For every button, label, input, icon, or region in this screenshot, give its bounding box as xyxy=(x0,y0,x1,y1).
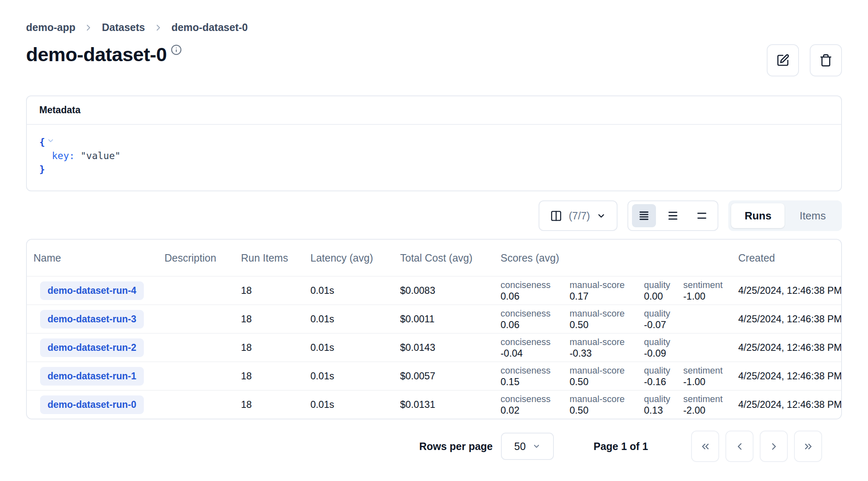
metadata-card-title: Metadata xyxy=(27,96,841,125)
column-visibility-button[interactable]: (7/7) xyxy=(539,200,618,231)
cell-run-items: 18 xyxy=(241,314,310,325)
score-label: quality xyxy=(644,279,683,291)
edit-dataset-button[interactable] xyxy=(767,44,799,76)
rows-per-page-value: 50 xyxy=(514,441,526,452)
cell-created: 4/25/2024, 12:46:38 PM xyxy=(738,342,842,353)
run-name-link[interactable]: demo-dataset-run-2 xyxy=(40,338,144,357)
chevrons-left-icon xyxy=(700,441,711,452)
column-header-scores: Scores (avg) xyxy=(501,252,738,264)
run-name-link[interactable]: demo-dataset-run-0 xyxy=(40,395,144,414)
dataset-page: demo-app Datasets demo-dataset-0 demo-da… xyxy=(0,0,868,481)
chevron-left-icon xyxy=(734,441,745,452)
score-item: conciseness0.06 xyxy=(501,279,570,302)
score-item: manual-score0.17 xyxy=(570,279,644,302)
tab-items[interactable]: Items xyxy=(786,203,839,228)
score-item: quality-0.09 xyxy=(644,336,683,359)
score-value: 0.15 xyxy=(501,376,570,388)
score-value: -0.07 xyxy=(644,319,683,331)
tab-runs[interactable]: Runs xyxy=(731,203,785,228)
score-item: sentiment-1.00 xyxy=(683,365,723,388)
info-circle-icon[interactable] xyxy=(171,44,182,57)
score-value: 0.50 xyxy=(570,319,644,331)
score-value: 0.02 xyxy=(501,405,570,416)
score-value: 0.50 xyxy=(570,376,644,388)
cell-scores: conciseness0.06manual-score0.50quality-0… xyxy=(501,308,738,331)
title-row: demo-dataset-0 xyxy=(26,43,842,76)
cell-created: 4/25/2024, 12:46:38 PM xyxy=(738,314,842,325)
json-line-entry: key: "value" xyxy=(39,149,829,163)
cell-latency: 0.01s xyxy=(310,314,400,325)
previous-page-button[interactable] xyxy=(725,431,754,462)
rows-per-page-label: Rows per page xyxy=(419,441,493,452)
score-label: manual-score xyxy=(570,365,644,376)
score-label: conciseness xyxy=(501,365,570,376)
breadcrumb-datasets[interactable]: Datasets xyxy=(102,21,145,33)
rows-per-page-select[interactable]: 50 xyxy=(501,433,554,460)
score-label: sentiment xyxy=(683,393,723,405)
cell-run-items: 18 xyxy=(241,285,310,296)
row-height-small-button[interactable] xyxy=(632,204,656,227)
score-item: manual-score0.50 xyxy=(570,393,644,416)
trash-icon xyxy=(819,54,832,67)
cell-latency: 0.01s xyxy=(310,285,400,296)
last-page-button[interactable] xyxy=(794,431,822,462)
chevron-down-icon xyxy=(596,211,606,221)
cell-total-cost: $0.0083 xyxy=(400,285,501,296)
table-header-row: Name Description Run Items Latency (avg)… xyxy=(27,240,841,276)
page-title: demo-dataset-0 xyxy=(26,43,167,66)
score-label: quality xyxy=(644,393,683,405)
column-header-description: Description xyxy=(165,252,241,264)
column-header-latency: Latency (avg) xyxy=(310,252,400,264)
score-label: quality xyxy=(644,365,683,376)
score-label: sentiment xyxy=(683,365,723,376)
score-label: conciseness xyxy=(501,279,570,291)
breadcrumb-project[interactable]: demo-app xyxy=(26,21,75,33)
score-item: manual-score0.50 xyxy=(570,308,644,331)
run-name-link[interactable]: demo-dataset-run-4 xyxy=(40,281,144,300)
delete-dataset-button[interactable] xyxy=(810,44,842,76)
cell-created: 4/25/2024, 12:46:38 PM xyxy=(738,371,842,382)
row-height-large-button[interactable] xyxy=(690,204,714,227)
score-item: conciseness0.02 xyxy=(501,393,570,416)
breadcrumb-current-dataset[interactable]: demo-dataset-0 xyxy=(172,21,248,33)
score-item: quality-0.07 xyxy=(644,308,683,331)
score-label: sentiment xyxy=(683,279,723,291)
chevron-down-icon xyxy=(532,442,541,450)
score-item: conciseness0.06 xyxy=(501,308,570,331)
row-height-medium-button[interactable] xyxy=(661,204,685,227)
score-item: quality-0.16 xyxy=(644,365,683,388)
cell-scores: conciseness0.02manual-score0.50quality0.… xyxy=(501,393,738,416)
cell-run-items: 18 xyxy=(241,342,310,353)
cell-scores: conciseness-0.04manual-score-0.33quality… xyxy=(501,336,738,359)
score-label: conciseness xyxy=(501,393,570,405)
cell-total-cost: $0.0057 xyxy=(400,371,501,382)
cell-total-cost: $0.0131 xyxy=(400,399,501,410)
table-body: demo-dataset-run-4 18 0.01s $0.0083 conc… xyxy=(27,276,841,419)
score-value: 0.13 xyxy=(644,405,683,416)
collapse-caret-icon[interactable] xyxy=(47,135,55,148)
table-toolbar: (7/7) Runs Items xyxy=(26,200,842,231)
table-row: demo-dataset-run-3 18 0.01s $0.0011 conc… xyxy=(27,305,841,333)
next-page-button[interactable] xyxy=(760,431,788,462)
cell-latency: 0.01s xyxy=(310,371,400,382)
run-name-link[interactable]: demo-dataset-run-3 xyxy=(40,310,144,329)
score-label: manual-score xyxy=(570,393,644,405)
column-header-name: Name xyxy=(33,252,165,264)
score-value: 0.00 xyxy=(644,291,683,302)
rows-dense-icon xyxy=(638,210,650,221)
json-key: key: xyxy=(52,150,74,161)
score-item: manual-score0.50 xyxy=(570,365,644,388)
first-page-button[interactable] xyxy=(691,431,719,462)
chevron-right-icon xyxy=(768,441,780,452)
chevrons-right-icon xyxy=(803,441,814,452)
score-item: sentiment-2.00 xyxy=(683,393,723,416)
score-item: sentiment-1.00 xyxy=(683,279,723,302)
score-value: -1.00 xyxy=(683,376,723,388)
score-value: -1.00 xyxy=(683,291,723,302)
score-value: -0.33 xyxy=(570,348,644,359)
cell-scores: conciseness0.06manual-score0.17quality0.… xyxy=(501,279,738,302)
json-value: "value" xyxy=(81,150,121,161)
run-name-link[interactable]: demo-dataset-run-1 xyxy=(40,367,144,386)
score-label: manual-score xyxy=(570,308,644,319)
runs-items-tabs: Runs Items xyxy=(728,200,842,231)
